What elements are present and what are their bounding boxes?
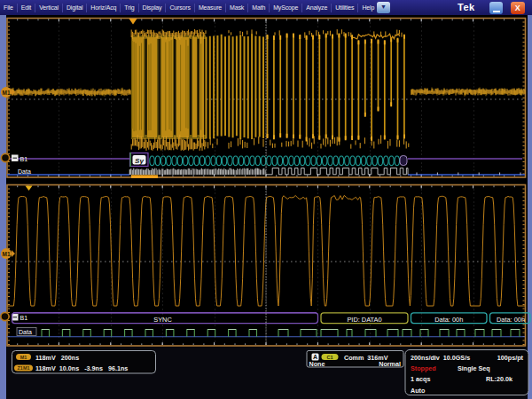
svg-text:Data: Data bbox=[19, 329, 32, 335]
svg-text:Auto: Auto bbox=[411, 387, 426, 395]
svg-text:SYNC: SYNC bbox=[153, 316, 172, 324]
svg-text:M1: M1 bbox=[20, 355, 27, 360]
svg-text:RL:20.0k: RL:20.0k bbox=[486, 375, 512, 383]
svg-text:Normal: Normal bbox=[379, 360, 401, 368]
svg-text:1 acqs: 1 acqs bbox=[411, 375, 430, 383]
svg-text:B1: B1 bbox=[20, 315, 28, 321]
svg-text:M1: M1 bbox=[2, 90, 10, 96]
svg-text:Z1M1: Z1M1 bbox=[17, 365, 29, 371]
svg-text:100ps/pt: 100ps/pt bbox=[497, 354, 524, 362]
svg-text:Data: 00h: Data: 00h bbox=[497, 316, 525, 324]
svg-text:Stopped: Stopped bbox=[411, 364, 436, 372]
svg-text:200ns/div 10.0GS/s: 200ns/div 10.0GS/s bbox=[411, 354, 470, 362]
svg-text:PID: DATA0: PID: DATA0 bbox=[347, 316, 381, 324]
svg-text:Single Seq: Single Seq bbox=[458, 364, 490, 372]
svg-text:M1: M1 bbox=[2, 251, 10, 257]
svg-text:B1: B1 bbox=[20, 156, 28, 162]
svg-text:118mV 10.0ns -3.9ns 96.1n: 118mV 10.0ns -3.9ns 96.1ns bbox=[35, 364, 128, 372]
svg-text:Sy: Sy bbox=[135, 157, 144, 165]
svg-text:Data: 00h: Data: 00h bbox=[434, 316, 463, 324]
svg-text:None: None bbox=[309, 360, 325, 368]
svg-text:Data: Data bbox=[18, 168, 31, 175]
svg-text:118mV 200ns: 118mV 200ns bbox=[35, 354, 79, 362]
svg-text:C1: C1 bbox=[326, 355, 332, 360]
